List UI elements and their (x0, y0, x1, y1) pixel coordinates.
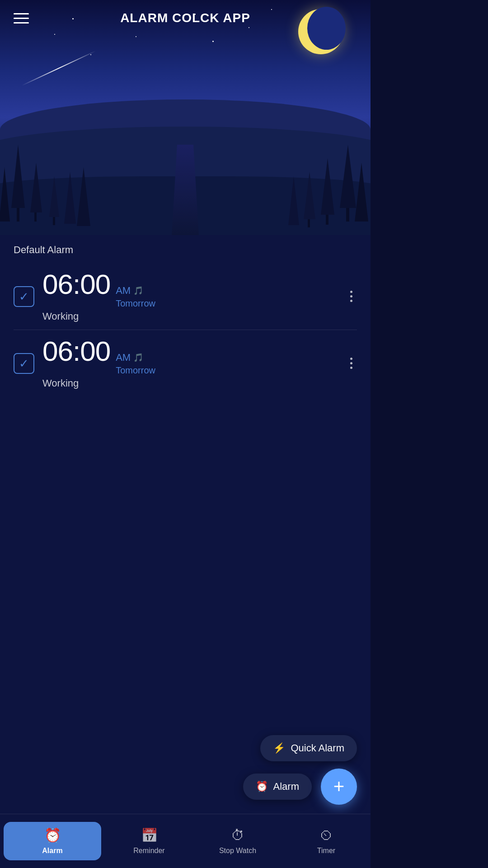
svg-marker-13 (304, 172, 315, 219)
app-header: ALARM COLCK APP (0, 0, 371, 36)
alarm-time-row: 06:00 AM 🎵 Tomorrow (42, 270, 346, 309)
quick-alarm-button[interactable]: ⚡ Quick Alarm (260, 735, 357, 761)
svg-rect-10 (346, 208, 349, 222)
nav-item-stopwatch[interactable]: ⏱ Stop Watch (193, 823, 282, 859)
checkmark-icon: ✓ (19, 291, 29, 302)
menu-button[interactable] (14, 13, 29, 24)
menu-line (14, 22, 29, 24)
menu-line (14, 13, 29, 14)
svg-rect-12 (326, 215, 328, 225)
alarm-time-display: 06:00 (42, 270, 110, 298)
alarm-ampm: AM 🎵 (116, 285, 155, 297)
dot (350, 367, 352, 369)
svg-rect-1 (17, 208, 19, 222)
section-label: Default Alarm (14, 244, 357, 256)
trees-right (244, 118, 371, 235)
checkmark-icon: ✓ (19, 358, 29, 369)
svg-marker-8 (77, 167, 90, 226)
music-icon: 🎵 (133, 353, 143, 363)
nav-item-reminder[interactable]: 📅 Reminder (105, 823, 193, 859)
dot (350, 362, 352, 364)
alarm-time-display: 06:00 (42, 337, 110, 365)
alarm-meta: AM 🎵 Tomorrow (116, 352, 155, 376)
fab-row: ⏰ Alarm + (243, 769, 357, 805)
alarm-more-button-1[interactable] (346, 286, 357, 307)
lightning-icon: ⚡ (273, 742, 285, 754)
alarm-nav-icon: ⏰ (44, 827, 61, 843)
alarm-label: Working (42, 377, 346, 389)
main-content: Default Alarm ✓ 06:00 AM 🎵 Tomorrow Work… (0, 235, 371, 814)
nav-item-alarm[interactable]: ⏰ Alarm (4, 822, 101, 860)
svg-marker-2 (30, 163, 42, 212)
dot (350, 295, 352, 297)
svg-marker-0 (11, 145, 25, 208)
star (212, 41, 214, 42)
nav-item-timer[interactable]: ⏲ Timer (282, 823, 371, 859)
nav-label-stopwatch: Stop Watch (219, 847, 256, 855)
alarm-details-1: 06:00 AM 🎵 Tomorrow Working (42, 270, 346, 322)
svg-marker-16 (288, 176, 299, 225)
svg-rect-14 (308, 219, 310, 227)
svg-marker-6 (0, 167, 10, 222)
alarm-clock-icon: ⏰ (256, 781, 268, 793)
svg-rect-3 (34, 212, 37, 222)
alarm-meta: AM 🎵 Tomorrow (116, 285, 155, 309)
svg-marker-4 (49, 176, 59, 217)
alarm-btn-label: Alarm (273, 781, 299, 793)
plus-icon: + (333, 777, 345, 796)
alarm-ampm: AM 🎵 (116, 352, 155, 363)
svg-marker-9 (340, 145, 356, 208)
alarm-checkbox-1[interactable]: ✓ (14, 286, 34, 307)
alarm-day: Tomorrow (116, 298, 155, 309)
reminder-nav-icon: 📅 (141, 827, 158, 843)
landscape (0, 108, 371, 235)
bottom-navigation: ⏰ Alarm 📅 Reminder ⏱ Stop Watch ⏲ Timer (0, 814, 371, 868)
alarm-details-2: 06:00 AM 🎵 Tomorrow Working (42, 337, 346, 389)
alarm-item: ✓ 06:00 AM 🎵 Tomorrow Working (14, 330, 357, 396)
alarm-more-button-2[interactable] (346, 353, 357, 373)
alarm-time-row: 06:00 AM 🎵 Tomorrow (42, 337, 346, 376)
alarm-label: Working (42, 311, 346, 322)
app-title: ALARM COLCK APP (120, 11, 250, 25)
alarm-checkbox-2[interactable]: ✓ (14, 353, 34, 374)
alarm-item: ✓ 06:00 AM 🎵 Tomorrow Working (14, 263, 357, 330)
hero-banner: ALARM COLCK APP (0, 0, 371, 235)
nav-label-reminder: Reminder (133, 847, 164, 855)
svg-marker-7 (64, 172, 76, 224)
fab-area: ⚡ Quick Alarm ⏰ Alarm + (243, 735, 357, 805)
alarm-button[interactable]: ⏰ Alarm (243, 774, 312, 800)
menu-line (14, 18, 29, 19)
add-alarm-button[interactable]: + (321, 769, 357, 805)
nav-label-alarm: Alarm (42, 847, 62, 855)
star (136, 36, 136, 37)
stopwatch-nav-icon: ⏱ (231, 828, 244, 843)
music-icon: 🎵 (133, 286, 143, 296)
svg-marker-11 (321, 158, 334, 215)
trees-left (0, 118, 117, 235)
alarm-day: Tomorrow (116, 365, 155, 376)
timer-nav-icon: ⏲ (319, 828, 333, 843)
dot (350, 358, 352, 360)
svg-rect-5 (53, 217, 55, 225)
dot (350, 300, 352, 302)
nav-label-timer: Timer (317, 847, 335, 855)
dot (350, 291, 352, 293)
svg-marker-15 (355, 163, 368, 222)
star (90, 54, 91, 55)
quick-alarm-label: Quick Alarm (291, 742, 344, 754)
